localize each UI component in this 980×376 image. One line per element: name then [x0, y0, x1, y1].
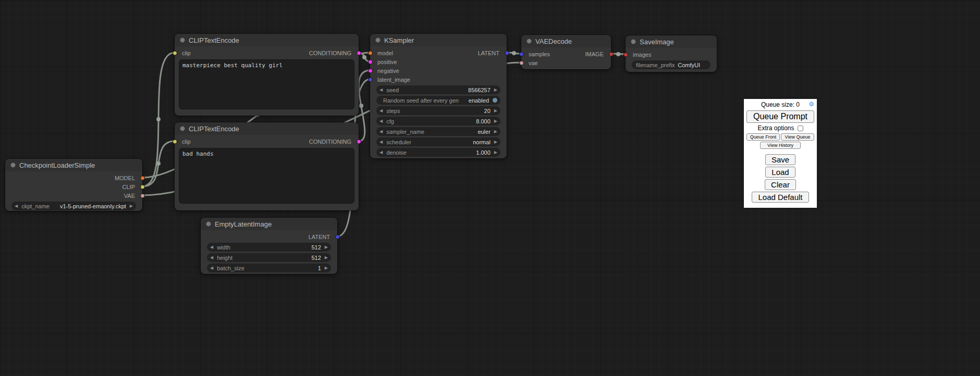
decrement-arrow-icon[interactable]: ◀: [379, 140, 383, 144]
increment-arrow-icon[interactable]: ▶: [494, 151, 497, 155]
steps-widget[interactable]: ◀ steps 20 ▶: [376, 106, 500, 115]
widget-value: ComfyUI: [678, 62, 700, 68]
node-title: EmptyLatentImage: [215, 220, 272, 228]
load-default-button[interactable]: Load Default: [752, 192, 808, 203]
latent-image-input-port[interactable]: [368, 77, 373, 82]
queue-prompt-button[interactable]: Queue Prompt: [746, 110, 814, 123]
comfy-menu-panel[interactable]: Queue size: 0 ⚙ Queue Prompt Extra optio…: [744, 99, 817, 208]
decrement-arrow-icon[interactable]: ◀: [379, 119, 383, 123]
vae-output-port[interactable]: [140, 193, 145, 198]
node-title-bar[interactable]: CLIPTextEncode: [175, 122, 359, 135]
increment-arrow-icon[interactable]: ▶: [494, 140, 497, 144]
link-midpoint-dot: [359, 104, 363, 108]
widget-label: batch_size: [217, 265, 244, 271]
widget-label: scheduler: [386, 139, 411, 145]
node-clip-text-encode-negative[interactable]: CLIPTextEncode clip CONDITIONING bad han…: [175, 122, 359, 210]
conditioning-output-port[interactable]: [357, 139, 361, 144]
node-checkpoint-loader-simple[interactable]: CheckpointLoaderSimple MODEL CLIP VAE ◀ …: [5, 159, 142, 211]
node-title-bar[interactable]: EmptyLatentImage: [201, 218, 337, 230]
node-vae-decode[interactable]: VAEDecode samples IMAGE vae: [521, 35, 611, 69]
save-button[interactable]: Save: [765, 154, 795, 165]
port-label-clip: clip: [182, 139, 191, 145]
decrement-arrow-icon[interactable]: ◀: [379, 151, 383, 155]
node-empty-latent-image[interactable]: EmptyLatentImage LATENT ◀ width 512 ▶ ◀ …: [201, 218, 337, 274]
ckpt-name-widget[interactable]: ◀ ckpt_name v1-5-pruned-emaonly.ckpt ▶: [11, 202, 136, 210]
images-input-port[interactable]: [623, 52, 628, 57]
port-row: positive: [370, 57, 507, 66]
collapse-dot-icon[interactable]: [10, 162, 16, 168]
scheduler-widget[interactable]: ◀ scheduler normal ▶: [376, 137, 500, 146]
latent-output-port[interactable]: [505, 51, 509, 55]
increment-arrow-icon[interactable]: ▶: [325, 266, 328, 270]
decrement-arrow-icon[interactable]: ◀: [210, 245, 213, 249]
prompt-textarea[interactable]: masterpiece best quality girl: [179, 59, 354, 109]
node-canvas[interactable]: CheckpointLoaderSimple MODEL CLIP VAE ◀ …: [0, 0, 980, 376]
queue-buttons-row: Queue Front View Queue: [746, 133, 814, 141]
port-row: latent_image: [370, 75, 507, 84]
increment-arrow-icon[interactable]: ▶: [325, 245, 328, 249]
increment-arrow-icon[interactable]: ▶: [130, 204, 133, 208]
width-widget[interactable]: ◀ width 512 ▶: [207, 243, 331, 252]
queue-front-button[interactable]: Queue Front: [746, 133, 780, 141]
collapse-dot-icon[interactable]: [206, 221, 211, 227]
clear-button[interactable]: Clear: [765, 179, 796, 190]
collapse-dot-icon[interactable]: [631, 39, 636, 44]
extra-options-checkbox[interactable]: [798, 126, 803, 131]
samples-input-port[interactable]: [519, 52, 524, 56]
increment-arrow-icon[interactable]: ▶: [494, 119, 497, 123]
node-ksampler[interactable]: KSampler model LATENT positive negative …: [370, 34, 507, 158]
node-title-bar[interactable]: SaveImage: [626, 35, 717, 48]
cfg-widget[interactable]: ◀ cfg 8.000 ▶: [376, 117, 500, 126]
sampler-name-widget[interactable]: ◀ sampler_name euler ▶: [376, 127, 500, 136]
model-input-port[interactable]: [368, 51, 373, 55]
widget-label: filename_prefix: [636, 62, 675, 68]
collapse-dot-icon[interactable]: [526, 39, 532, 44]
node-title-bar[interactable]: KSampler: [370, 34, 507, 46]
port-label-conditioning: CONDITIONING: [309, 139, 351, 145]
increment-arrow-icon[interactable]: ▶: [494, 88, 497, 92]
negative-input-port[interactable]: [368, 68, 373, 73]
denoise-widget[interactable]: ◀ denoise 1.000 ▶: [376, 148, 500, 157]
positive-input-port[interactable]: [368, 59, 373, 64]
increment-arrow-icon[interactable]: ▶: [494, 109, 497, 113]
filename-prefix-widget[interactable]: filename_prefix ComfyUI: [632, 60, 710, 69]
port-label-clip: CLIP: [123, 184, 135, 190]
load-button[interactable]: Load: [765, 167, 795, 178]
vae-input-port[interactable]: [519, 60, 524, 65]
image-output-port[interactable]: [609, 52, 614, 56]
height-widget[interactable]: ◀ height 512 ▶: [207, 253, 331, 262]
random-seed-widget[interactable]: Random seed after every gen enabled: [376, 96, 500, 105]
decrement-arrow-icon[interactable]: ◀: [210, 256, 213, 260]
collapse-dot-icon[interactable]: [180, 37, 185, 43]
node-title-bar[interactable]: VAEDecode: [521, 35, 611, 47]
view-queue-button[interactable]: View Queue: [781, 133, 814, 141]
conditioning-output-port[interactable]: [357, 51, 361, 55]
port-label-model: MODEL: [115, 175, 135, 181]
increment-arrow-icon[interactable]: ▶: [494, 130, 497, 134]
batch-size-widget[interactable]: ◀ batch_size 1 ▶: [207, 264, 331, 272]
collapse-dot-icon[interactable]: [375, 37, 381, 43]
collapse-dot-icon[interactable]: [180, 126, 185, 131]
random-seed-toggle-icon[interactable]: [493, 98, 497, 103]
view-history-button[interactable]: View History: [760, 142, 801, 149]
decrement-arrow-icon[interactable]: ◀: [379, 130, 383, 134]
decrement-arrow-icon[interactable]: ◀: [210, 266, 213, 270]
clip-input-port[interactable]: [173, 139, 177, 144]
prompt-textarea[interactable]: bad hands: [179, 148, 354, 204]
decrement-arrow-icon[interactable]: ◀: [15, 204, 18, 208]
increment-arrow-icon[interactable]: ▶: [325, 256, 328, 260]
node-title-bar[interactable]: CLIPTextEncode: [175, 34, 359, 46]
node-save-image[interactable]: SaveImage images filename_prefix ComfyUI: [626, 35, 717, 72]
clip-output-port[interactable]: [140, 184, 145, 189]
node-title-bar[interactable]: CheckpointLoaderSimple: [5, 159, 142, 171]
node-title: CheckpointLoaderSimple: [19, 161, 95, 169]
decrement-arrow-icon[interactable]: ◀: [379, 88, 383, 92]
seed-widget[interactable]: ◀ seed 8566257 ▶: [376, 85, 500, 94]
port-row: images: [626, 50, 717, 59]
clip-input-port[interactable]: [173, 51, 177, 55]
node-clip-text-encode-positive[interactable]: CLIPTextEncode clip CONDITIONING masterp…: [175, 34, 359, 116]
decrement-arrow-icon[interactable]: ◀: [379, 109, 383, 113]
model-output-port[interactable]: [140, 176, 145, 180]
latent-output-port[interactable]: [335, 234, 340, 239]
settings-gear-icon[interactable]: ⚙: [808, 101, 814, 108]
